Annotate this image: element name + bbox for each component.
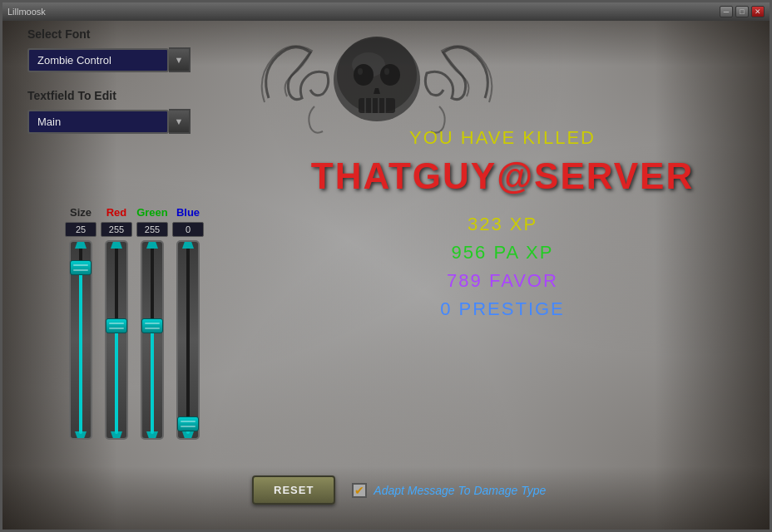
green-slider-fill — [151, 326, 154, 434]
favor-text: 789 FAVOR — [447, 270, 558, 291]
textfield-dropdown-container: Main ▼ — [27, 109, 252, 134]
minimize-icon: ─ — [724, 7, 729, 16]
green-tick-top — [146, 242, 158, 249]
size-slider-track[interactable] — [69, 240, 92, 440]
main-window: Lillmoosk ─ □ ✕ — [0, 0, 772, 532]
sliders-section: Size 25 Red 255 — [65, 206, 204, 440]
font-dropdown-value: Zombie Control — [37, 54, 111, 66]
blue-slider-handle[interactable] — [177, 416, 199, 431]
close-button[interactable]: ✕ — [751, 6, 765, 17]
red-slider-handle[interactable] — [106, 318, 127, 333]
svg-point-3 — [354, 64, 374, 86]
content-area: Lillmoosk ─ □ ✕ — [2, 2, 770, 530]
green-slider-group: Green 255 — [136, 206, 168, 440]
blue-tick-top — [182, 242, 194, 249]
close-icon: ✕ — [755, 7, 761, 16]
size-tick-top — [75, 242, 87, 249]
red-slider-fill — [115, 326, 118, 434]
titlebar-title: Lillmoosk — [7, 7, 46, 17]
font-dropdown-arrow[interactable]: ▼ — [169, 47, 191, 72]
maximize-icon: □ — [740, 7, 744, 16]
font-section-label: Select Font — [27, 27, 252, 41]
prestige-text: 0 PRESTIGE — [440, 298, 565, 319]
font-dropdown-container: Zombie Control ▼ — [27, 47, 252, 72]
check-icon: ✔ — [354, 484, 364, 497]
red-slider-group: Red 255 — [101, 206, 132, 440]
minimize-button[interactable]: ─ — [720, 6, 733, 17]
red-value: 255 — [101, 222, 132, 237]
textfield-dropdown[interactable]: Main — [27, 110, 169, 134]
svg-rect-7 — [359, 98, 395, 113]
font-arrow-icon: ▼ — [175, 55, 184, 65]
target-name-text: THATGUY@SERVER — [311, 155, 694, 196]
textfield-dropdown-arrow[interactable]: ▼ — [169, 109, 191, 134]
titlebar: Lillmoosk ─ □ ✕ — [2, 2, 770, 21]
blue-value: 0 — [172, 222, 204, 237]
svg-point-6 — [384, 68, 389, 75]
pa-text: 956 PA XP — [452, 242, 554, 263]
textfield-dropdown-value: Main — [37, 116, 61, 128]
target-line: THATGUY@SERVER — [252, 155, 753, 197]
font-dropdown[interactable]: Zombie Control — [27, 48, 169, 72]
left-panel: Select Font Zombie Control ▼ Textfield T… — [27, 27, 252, 150]
reset-button[interactable]: RESET — [252, 475, 335, 505]
green-label: Green — [136, 206, 168, 219]
size-slider-group: Size 25 — [65, 206, 96, 440]
maximize-button[interactable]: □ — [735, 6, 749, 17]
red-tick-top — [111, 242, 122, 249]
green-value: 255 — [136, 222, 168, 237]
adapt-checkbox[interactable]: ✔ — [352, 483, 367, 498]
titlebar-controls: ─ □ ✕ — [720, 6, 765, 17]
green-slider-handle[interactable] — [141, 318, 163, 333]
killed-line: YOU HAVE KILLED — [252, 127, 753, 149]
size-value: 25 — [65, 222, 96, 237]
killed-text: YOU HAVE KILLED — [409, 127, 596, 148]
size-label: Size — [70, 206, 92, 219]
textfield-arrow-icon: ▼ — [175, 116, 184, 126]
pa-line: 956 PA XP — [252, 242, 753, 264]
red-slider-track[interactable] — [105, 240, 128, 440]
size-slider-handle[interactable] — [70, 260, 92, 275]
preview-area: YOU HAVE KILLED THATGUY@SERVER 323 XP 95… — [252, 127, 753, 327]
blue-slider-track[interactable] — [176, 240, 200, 440]
green-slider-track[interactable] — [141, 240, 164, 440]
size-slider-fill — [79, 272, 82, 434]
bottom-controls: RESET ✔ Adapt Message To Damage Type — [252, 475, 753, 505]
adapt-checkbox-area: ✔ Adapt Message To Damage Type — [352, 483, 546, 498]
adapt-label: Adapt Message To Damage Type — [374, 484, 546, 497]
blue-label: Blue — [176, 206, 200, 219]
svg-point-5 — [358, 68, 363, 75]
xp-line: 323 XP — [252, 214, 753, 235]
xp-text: 323 XP — [468, 214, 537, 234]
svg-point-4 — [380, 64, 400, 86]
skull-svg — [252, 23, 502, 144]
textfield-section-label: Textfield To Edit — [27, 89, 252, 102]
favor-line: 789 FAVOR — [252, 270, 753, 292]
red-label: Red — [106, 206, 127, 219]
blue-slider-group: Blue 0 — [172, 206, 204, 440]
prestige-line: 0 PRESTIGE — [252, 298, 753, 320]
